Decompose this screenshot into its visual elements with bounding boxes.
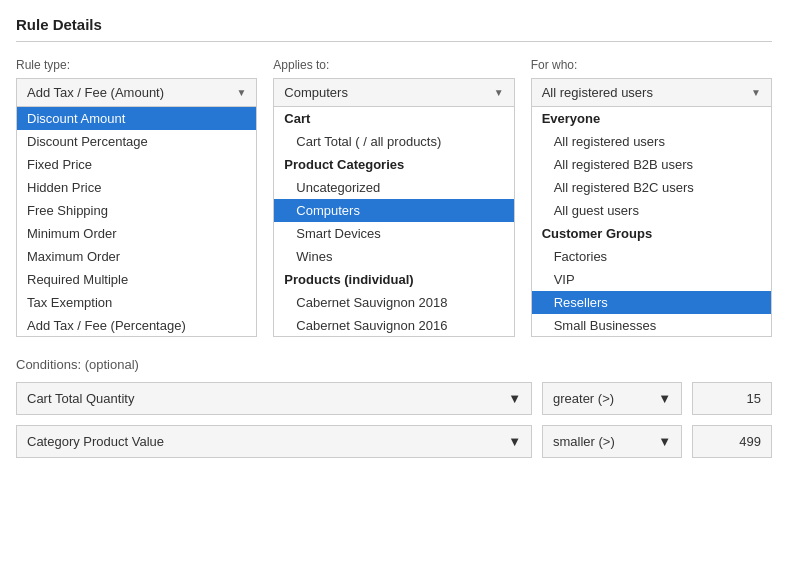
condition-2-value: 499 [692, 425, 772, 458]
page-title: Rule Details [16, 16, 772, 42]
conditions-section: Conditions: (optional) Cart Total Quanti… [16, 357, 772, 458]
condition-2-operator-value: smaller (>) [553, 434, 615, 449]
condition-row-2: Category Product Value ▼ smaller (>) ▼ 4… [16, 425, 772, 458]
list-item[interactable]: Tax Exemption [17, 291, 256, 314]
list-item[interactable]: Cart Total ( / all products) [274, 130, 513, 153]
for-who-selected: All registered users [542, 85, 653, 100]
condition-1-value: 15 [692, 382, 772, 415]
condition-1-operator-dropdown[interactable]: greater (>) ▼ [542, 382, 682, 415]
condition-2-operator-dropdown[interactable]: smaller (>) ▼ [542, 425, 682, 458]
condition-2-field-value: Category Product Value [27, 434, 164, 449]
for-who-chevron-icon: ▼ [751, 87, 761, 98]
rule-type-listbox: Discount AmountDiscount PercentageFixed … [16, 107, 257, 337]
for-who-dropdown[interactable]: All registered users ▼ [531, 78, 772, 107]
list-group-header: Product Categories [274, 153, 513, 176]
condition-1-field-dropdown[interactable]: Cart Total Quantity ▼ [16, 382, 532, 415]
list-item[interactable]: Cabernet Sauvignon 2016 [274, 314, 513, 337]
list-item[interactable]: Fixed Price [17, 153, 256, 176]
for-who-listbox: EveryoneAll registered usersAll register… [531, 107, 772, 337]
list-group-header: Everyone [532, 107, 771, 130]
conditions-label: Conditions: (optional) [16, 357, 772, 372]
rule-type-column: Rule type: Add Tax / Fee (Amount) ▼ Disc… [16, 58, 257, 337]
list-item[interactable]: All registered B2B users [532, 153, 771, 176]
list-item[interactable]: Computers [274, 199, 513, 222]
list-item[interactable]: VIP [532, 268, 771, 291]
list-item[interactable]: Hidden Price [17, 176, 256, 199]
condition-2-operator-chevron-icon: ▼ [658, 434, 671, 449]
list-item[interactable]: All registered users [532, 130, 771, 153]
list-group-header: Products (individual) [274, 268, 513, 291]
list-item[interactable]: Discount Percentage [17, 130, 256, 153]
applies-to-selected: Computers [284, 85, 348, 100]
for-who-label: For who: [531, 58, 772, 72]
list-item[interactable]: All registered B2C users [532, 176, 771, 199]
applies-to-chevron-icon: ▼ [494, 87, 504, 98]
condition-2-field-chevron-icon: ▼ [508, 434, 521, 449]
condition-1-operator-value: greater (>) [553, 391, 614, 406]
list-item[interactable]: Discount Amount [17, 107, 256, 130]
list-item[interactable]: Maximum Order [17, 245, 256, 268]
rule-type-selected: Add Tax / Fee (Amount) [27, 85, 164, 100]
applies-to-dropdown[interactable]: Computers ▼ [273, 78, 514, 107]
list-item[interactable]: Required Multiple [17, 268, 256, 291]
list-item[interactable]: Add Tax / Fee (Percentage) [17, 314, 256, 337]
list-item[interactable]: Cabernet Sauvignon 2018 [274, 291, 513, 314]
rule-type-chevron-icon: ▼ [236, 87, 246, 98]
applies-to-column: Applies to: Computers ▼ CartCart Total (… [273, 58, 514, 337]
condition-1-field-chevron-icon: ▼ [508, 391, 521, 406]
condition-1-operator-chevron-icon: ▼ [658, 391, 671, 406]
list-item[interactable]: Small Businesses [532, 314, 771, 337]
condition-row-1: Cart Total Quantity ▼ greater (>) ▼ 15 [16, 382, 772, 415]
list-item[interactable]: Resellers [532, 291, 771, 314]
list-item[interactable]: Factories [532, 245, 771, 268]
list-item[interactable]: All guest users [532, 199, 771, 222]
applies-to-label: Applies to: [273, 58, 514, 72]
list-item[interactable]: Uncategorized [274, 176, 513, 199]
list-item[interactable]: Minimum Order [17, 222, 256, 245]
list-group-header: Customer Groups [532, 222, 771, 245]
list-item[interactable]: Wines [274, 245, 513, 268]
condition-1-field-value: Cart Total Quantity [27, 391, 134, 406]
list-group-header: Cart [274, 107, 513, 130]
rule-type-dropdown[interactable]: Add Tax / Fee (Amount) ▼ [16, 78, 257, 107]
condition-2-field-dropdown[interactable]: Category Product Value ▼ [16, 425, 532, 458]
for-who-column: For who: All registered users ▼ Everyone… [531, 58, 772, 337]
rule-type-label: Rule type: [16, 58, 257, 72]
list-item[interactable]: Free Shipping [17, 199, 256, 222]
applies-to-listbox: CartCart Total ( / all products)Product … [273, 107, 514, 337]
list-item[interactable]: Smart Devices [274, 222, 513, 245]
